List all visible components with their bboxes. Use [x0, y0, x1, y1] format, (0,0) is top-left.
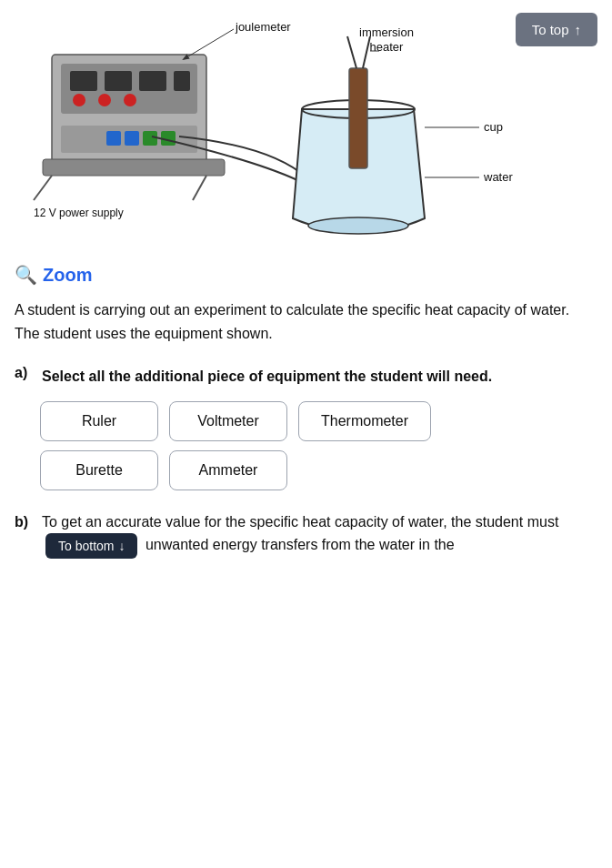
zoom-link[interactable]: Zoom — [43, 265, 92, 286]
zoom-section: 🔍 Zoom — [0, 255, 612, 298]
diagram-section: To top ↑ — [0, 0, 612, 255]
svg-rect-12 — [143, 131, 157, 146]
to-bottom-label: To bottom — [58, 539, 114, 553]
svg-point-19 — [308, 217, 408, 234]
svg-rect-11 — [125, 131, 139, 146]
to-bottom-arrow-icon: ↓ — [118, 539, 125, 553]
svg-rect-14 — [43, 159, 225, 176]
option-ruler[interactable]: Ruler — [40, 401, 158, 441]
svg-text:heater: heater — [369, 40, 404, 54]
svg-point-7 — [98, 94, 111, 106]
option-ammeter[interactable]: Ammeter — [169, 450, 287, 490]
option-voltmeter[interactable]: Voltmeter — [169, 401, 287, 441]
question-a-label: a) Select all the additional piece of eq… — [15, 365, 597, 389]
option-thermometer[interactable]: Thermometer — [298, 401, 431, 441]
options-grid: Ruler Voltmeter Thermometer Burette Amme… — [15, 401, 597, 490]
question-a-text: Select all the additional piece of equip… — [42, 365, 492, 389]
diagram-container: joulemeter immersion heater cup — [15, 9, 597, 237]
svg-rect-10 — [106, 131, 121, 146]
zoom-icon: 🔍 — [15, 264, 37, 286]
to-bottom-button[interactable]: To bottom ↓ — [45, 533, 137, 559]
question-a-block: a) Select all the additional piece of eq… — [15, 365, 597, 490]
question-b-text: To get an accurate value for the specifi… — [42, 510, 597, 560]
content-section: A student is carrying out an experiment … — [0, 298, 612, 559]
svg-rect-5 — [174, 71, 190, 91]
svg-line-16 — [193, 176, 206, 200]
svg-text:12 V power supply: 12 V power supply — [34, 207, 124, 219]
svg-rect-20 — [349, 68, 367, 168]
svg-line-15 — [34, 176, 52, 200]
options-row-2: Burette Ammeter — [40, 450, 597, 490]
option-burette[interactable]: Burette — [40, 450, 158, 490]
options-row-1: Ruler Voltmeter Thermometer — [40, 401, 597, 441]
to-top-button[interactable]: To top ↑ — [516, 13, 597, 46]
to-top-label: To top — [532, 22, 569, 37]
intro-text: A student is carrying out an experiment … — [15, 298, 597, 345]
svg-line-17 — [184, 29, 234, 59]
svg-text:water: water — [483, 170, 513, 184]
question-b-block: b) To get an accurate value for the spec… — [15, 510, 597, 560]
svg-rect-3 — [105, 71, 132, 91]
additional-emphasis: additional — [135, 368, 204, 384]
joulemeter-label: joulemeter — [235, 20, 291, 34]
question-b-letter: b) — [15, 510, 35, 534]
svg-text:immersion: immersion — [359, 25, 414, 39]
question-a-letter: a) — [15, 365, 35, 381]
experiment-diagram: joulemeter immersion heater cup — [25, 18, 588, 237]
svg-line-21 — [347, 36, 356, 68]
svg-rect-4 — [139, 71, 166, 91]
svg-text:cup: cup — [484, 120, 503, 134]
svg-point-8 — [124, 94, 136, 106]
svg-rect-2 — [70, 71, 97, 91]
svg-point-6 — [73, 94, 85, 106]
to-top-arrow-icon: ↑ — [575, 22, 582, 37]
